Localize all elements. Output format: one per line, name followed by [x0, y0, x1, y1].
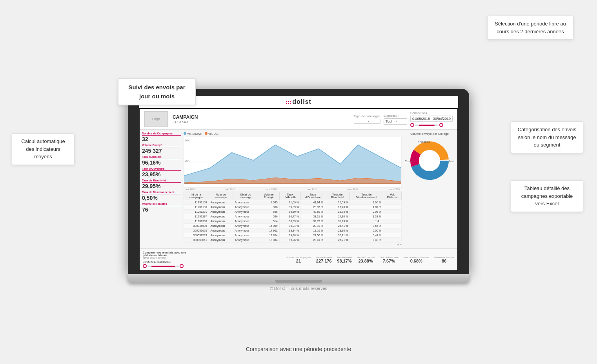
kpi-label: Taux de Réactivité — [142, 179, 181, 183]
kpi-label: Nombre de Campagnes — [142, 132, 181, 136]
kpi-value: 245 327 — [142, 148, 181, 154]
comp-date-range: 01/05/2017 30/04/2018 — [143, 261, 190, 263]
kpi-label: Taux d'Aboutis — [142, 156, 181, 159]
y-label-20k: 20K — [185, 159, 189, 162]
type-dropdown-arrow: ▼ — [367, 120, 379, 123]
kpi-item: Volume Envoyé245 327 — [142, 144, 181, 154]
campaign-id: ID : XXXX — [173, 120, 198, 124]
table-header: Vol. Plaintes — [383, 192, 402, 200]
donut-label-others: ...hers — [447, 160, 454, 163]
table-cell: 99,88 % — [279, 233, 301, 238]
comp-metric-item: Taux de Désabonnement0,68% — [403, 256, 430, 263]
table-cell: 0,50 % — [350, 228, 383, 233]
x-axis-label: mai 2018 — [186, 188, 195, 190]
table-cell: 89,60 % — [279, 210, 301, 214]
table-cell — [383, 228, 402, 233]
comp-slider[interactable] — [143, 264, 190, 268]
table-cell: Anonymous — [233, 205, 258, 210]
x-axis-label: juil. 2018 — [226, 188, 235, 190]
table-cell: Anonymous — [233, 224, 258, 228]
table-cell: 23,37 % — [301, 205, 325, 210]
table-cell: Anonymous — [209, 224, 233, 228]
comp-slider-left[interactable] — [143, 264, 147, 268]
table-cell: 526 — [258, 214, 279, 219]
table-cell — [383, 200, 402, 205]
comp-slider-track[interactable] — [147, 266, 179, 267]
type-select[interactable]: ▼ — [354, 119, 380, 124]
table-cell: 24,10 % — [325, 214, 350, 219]
date-range-inputs[interactable]: 01/05/2018 30/04/2019 — [410, 116, 453, 122]
table-cell: 0,41 % — [350, 233, 383, 238]
kpi-value: 0,50% — [142, 195, 181, 201]
table-cell: Anonymous — [209, 210, 233, 214]
table-cell: Anonymous — [209, 219, 233, 224]
table-cell: 908 — [258, 205, 279, 210]
table-cell: Anonymous — [233, 228, 258, 233]
brand-dots: ::: — [286, 100, 291, 105]
kpi-label: Taux de Désabonnement — [142, 191, 181, 194]
table-header: Taux d'Ouverture — [301, 192, 325, 200]
expediteur-select[interactable]: Tout ▼ — [384, 118, 407, 125]
x-axis-label: sept. 2018 — [266, 188, 277, 190]
x-axis-labels: mai 2018juil. 2018sept. 2018nov. 2018jan… — [184, 188, 401, 190]
table-cell: 15 089 — [258, 224, 279, 228]
annotation-bottom-center: Comparaison avec une période précédente — [240, 346, 357, 352]
table-cell: 20,41 % — [301, 238, 325, 243]
kpi-item: Taux de Réactivité29,95% — [142, 179, 181, 189]
table-cell: 38,31 % — [301, 214, 325, 219]
table-cell: Anonymous — [209, 214, 233, 219]
table-cell: 1,87 % — [350, 205, 383, 210]
table-cell — [383, 205, 402, 210]
kpi-panel: Nombre de Campagnes32Volume Envoyé245 32… — [142, 132, 181, 246]
table-cell — [383, 238, 402, 243]
table-header: Id de la campagne — [184, 192, 209, 200]
table-cell: 11251291 — [184, 210, 209, 214]
slider-thumb-right[interactable] — [439, 123, 443, 127]
legend-dot — [184, 132, 186, 135]
table-cell: Anonymous — [209, 233, 233, 238]
table-row: 300052533AnonymousAnonymous12 85499,88 %… — [184, 233, 402, 238]
filter-bar: Type de campagne ▼ Expéditeur Tout — [202, 111, 453, 127]
table-cell: 11251297 — [184, 214, 209, 219]
campaign-info: CAMPAIGN ID : XXXX — [173, 114, 198, 124]
comp-metric-item: Taux d'Aboutis98,17% — [337, 256, 352, 263]
donut-label-custom: Custom... — [405, 160, 417, 163]
table-cell: 91,69 % — [279, 200, 301, 205]
comp-metric-value: 98,17% — [337, 259, 351, 263]
kpi-item: Nombre de Campagnes32 — [142, 132, 181, 142]
comp-metric-value: 86 — [442, 259, 446, 263]
kpi-item: Taux de Désabonnement0,50% — [142, 191, 181, 201]
table-row: 11251308AnonymousAnonymous51496,89 %32,7… — [184, 219, 402, 224]
comp-slider-right[interactable] — [180, 264, 184, 268]
table-cell: 20,19 % — [301, 224, 325, 228]
table-cell: 2,06 % — [350, 210, 383, 214]
y-label-0k: 0K — [185, 181, 188, 184]
slider-thumb-left[interactable] — [410, 123, 414, 127]
table-container[interactable]: Id de la campagneNom du messageObjet du … — [184, 189, 402, 243]
annotation-right-bottom: Tableau détaillé des campagnes exportabl… — [511, 180, 583, 212]
table-cell: 30,11 % — [325, 233, 350, 238]
donut-container: Prospects Custom... ...hers — [404, 137, 455, 184]
table-scroll-hint: ◀ ▶ — [184, 243, 402, 246]
table-cell: 18,85 % — [325, 210, 350, 214]
comp-dates-block: 01/05/2017 30/04/2018 — [143, 261, 190, 268]
table-cell: 93,34 % — [279, 228, 301, 233]
table-cell: 96,24 % — [279, 224, 301, 228]
date-slider[interactable] — [410, 123, 453, 127]
kpi-value: 76 — [142, 206, 181, 213]
filter-type: Type de campagne ▼ — [354, 114, 380, 124]
slider-track[interactable] — [415, 125, 439, 126]
table-cell: 300051655 — [184, 228, 209, 233]
comp-metric-item: Nombre de Campagnes21 — [286, 256, 311, 263]
table-cell: Anonymous — [233, 238, 258, 243]
dashboard-main: Nombre de Campagnes32Volume Envoyé245 32… — [140, 130, 457, 248]
table-cell: 11251190 — [184, 205, 209, 210]
legend-item: Vol. Ou... — [205, 132, 220, 135]
table-cell: 11251308 — [184, 219, 209, 224]
kpi-value: 96,16% — [142, 159, 181, 166]
comp-metrics: Nombre de Campagnes21Volume Envoyé227 17… — [194, 256, 454, 263]
donut-hole — [419, 150, 440, 171]
table-cell: 96,89 % — [279, 219, 301, 224]
table-cell: 13 864 — [258, 238, 279, 243]
table-cell: Anonymous — [233, 233, 258, 238]
